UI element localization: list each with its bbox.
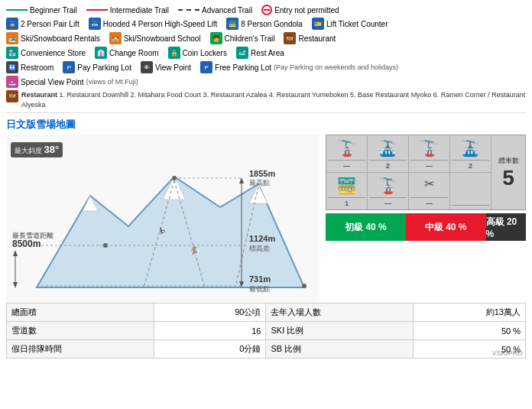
beginner-trail-legend: Beginner Trail <box>6 6 77 15</box>
max-slope-badge: 最大斜度 38° <box>11 142 63 157</box>
gondola-cell-5: 🚟 1 <box>326 173 367 209</box>
school-icon: 🏫 <box>109 32 122 44</box>
facility-rentals: 🎿 Ski/Snowboard Rentals <box>6 32 100 44</box>
facilities-row3: 🏪 Convenience Store 👔 Change Room 🔒 Coin… <box>6 47 526 59</box>
facility-school: 🏫 Ski/Snowboard School <box>109 32 201 44</box>
gondola-icon-3: 🚡 <box>420 139 439 157</box>
max-slope-label: 最大斜度 <box>15 147 42 154</box>
facility-pair-lift: 🚡 2 Person Pair Lift <box>6 18 79 30</box>
pair-lift-icon: 🚡 <box>6 18 18 30</box>
stats-row-2: 雪道數 16 SKI 比例 50 % <box>7 322 526 340</box>
rentals-label: Ski/Snowboard Rentals <box>21 34 100 43</box>
intermediate-trail-legend: Intermediate Trail <box>86 6 169 15</box>
beginner-diff-bar: 初級 40 % <box>326 213 406 241</box>
kinsha-label: 纜車數 <box>498 156 519 166</box>
stat-label-r1: 去年入場人數 <box>266 304 414 322</box>
svg-text:1855m: 1855m <box>249 169 275 178</box>
main-container: Beginner Trail Intermediate Trail Advanc… <box>0 0 532 363</box>
facility-pay-parking: P Pay Parking Lot <box>63 61 131 73</box>
stat-value-2: 16 <box>154 322 266 340</box>
facilities-row5: 🗻 Special View Point (views of Mt.Fuji) <box>6 76 526 88</box>
gondola-num-4: 2 <box>452 160 489 170</box>
difficulty-bars: 初級 40 % 中級 40 % 高級 20 % <box>326 213 526 241</box>
convenience-label: Convenience Store <box>21 49 86 57</box>
restroom-icon: 🚻 <box>6 61 18 73</box>
facilities-row2: 🎿 Ski/Snowboard Rentals 🏫 Ski/Snowboard … <box>6 32 526 44</box>
max-slope-value: 38° <box>44 144 60 155</box>
change-room-icon: 👔 <box>95 47 107 59</box>
facility-4person-lift: 🚠 Hooded 4 Person High-Speed Lift <box>89 18 218 30</box>
facilities-row4: 🚻 Restroom P Pay Parking Lot 👁 View Poin… <box>6 61 526 73</box>
free-parking-icon: P <box>200 61 212 73</box>
restaurant-info-content: Restaurant 1. Restaurant Downhill 2. Mit… <box>21 90 526 109</box>
svg-text:最高點: 最高點 <box>249 179 270 187</box>
svg-point-13 <box>103 243 108 248</box>
restaurant-legend-label: Restaurant <box>298 34 336 43</box>
stat-value-3: 0分鐘 <box>154 340 266 359</box>
school-label: Ski/Snowboard School <box>124 34 201 43</box>
advanced-trail-legend: Advanced Trail <box>178 6 252 15</box>
facility-lockers: 🔒 Coin Lockers <box>168 47 227 59</box>
lockers-icon: 🔒 <box>168 47 180 59</box>
special-view-icon: 🗻 <box>6 76 18 88</box>
facility-change-room: 👔 Change Room <box>95 47 158 59</box>
facility-rest-area: 🛋 Rest Area <box>236 47 284 59</box>
gondola-side-panel: 纜車數 5 <box>491 135 525 209</box>
gondola-cell-8 <box>450 173 491 209</box>
gondola-num-6: — <box>369 197 407 207</box>
change-room-label: Change Room <box>109 49 158 57</box>
facility-convenience: 🏪 Convenience Store <box>6 47 86 59</box>
trail-legend-row: Beginner Trail Intermediate Trail Advanc… <box>6 5 526 15</box>
stats-row-1: 總面積 90公頃 去年入場人數 約13萬人 <box>7 304 526 322</box>
legend-section: Beginner Trail Intermediate Trail Advanc… <box>6 5 526 113</box>
gondola-cell-3: 🚡 — <box>409 135 449 172</box>
gondola-num-5: 1 <box>328 197 365 207</box>
gondola-cell-7: ✂ — <box>409 173 449 209</box>
svg-text:標高差: 標高差 <box>249 245 270 252</box>
svg-text:🏂: 🏂 <box>190 245 200 255</box>
gondola-num-3: — <box>410 160 448 170</box>
facility-gondola: 🚟 8 Person Gondola <box>226 18 303 30</box>
stats-section: 總面積 90公頃 去年入場人數 約13萬人 雪道數 16 SKI 比例 50 %… <box>6 303 526 359</box>
svg-point-12 <box>172 176 177 180</box>
mountain-svg: 1855m 最高點 1124m 標高差 731m 最低點 最長雪道距離 8500… <box>6 135 320 303</box>
kinsha-number: 5 <box>502 167 514 189</box>
viewpoint-icon: 👁 <box>141 61 153 73</box>
facility-free-parking: P Free Parking Lot (Pay Parking on weeke… <box>200 61 398 73</box>
convenience-icon: 🏪 <box>6 47 18 59</box>
special-view-label: Special View Point <box>21 78 84 86</box>
beginner-trail-label: Beginner Trail <box>30 6 77 15</box>
advanced-diff-label: 高級 20 % <box>486 216 526 239</box>
gondola-num-8 <box>452 205 489 207</box>
gondola-cell-4: 🚠 2 <box>450 135 491 172</box>
gondola-num-7: — <box>410 197 448 207</box>
rest-area-label: Rest Area <box>251 49 284 57</box>
svg-text:⛷: ⛷ <box>159 227 167 235</box>
advanced-trail-label: Advanced Trail <box>202 6 252 15</box>
facility-ticket: 🎫 Lift Ticket Counter <box>312 18 388 30</box>
gondola-icon-7: ✂ <box>424 177 434 191</box>
stats-row-3: 假日排隊時間 0分鐘 SB 比例 50 % <box>7 340 526 359</box>
facility-childrens-trail: 🧒 Children's Trail <box>210 32 275 44</box>
map-area: 最大斜度 38° <box>6 135 526 303</box>
restaurant-legend-icon: 🍽 <box>284 32 296 44</box>
no-entry-legend: Entry not permitted <box>261 5 339 15</box>
facility-special-view: 🗻 Special View Point (views of Mt.Fuji) <box>6 76 138 88</box>
intermediate-trail-line <box>86 9 108 11</box>
pay-parking-icon: P <box>63 61 75 73</box>
stat-label-2: 雪道數 <box>7 322 154 340</box>
facility-restroom: 🚻 Restroom <box>6 61 54 73</box>
intermediate-diff-bar: 中級 40 % <box>406 213 486 241</box>
pair-lift-label: 2 Person Pair Lift <box>21 20 79 28</box>
advanced-diff-bar: 高級 20 % <box>486 213 526 241</box>
gondola-num-2: 2 <box>369 160 407 170</box>
gondola-icon-6: 🚡 <box>378 177 397 195</box>
svg-text:1124m: 1124m <box>249 234 275 243</box>
restaurant-info-icon: 🍽 <box>6 90 18 102</box>
restroom-label: Restroom <box>21 63 54 72</box>
facility-restaurant: 🍽 Restaurant <box>284 32 336 44</box>
pay-parking-label: Pay Parking Lot <box>77 63 131 72</box>
4person-lift-label: Hooded 4 Person High-Speed Lift <box>103 20 218 28</box>
special-view-sublabel: (views of Mt.Fuji) <box>86 78 138 86</box>
restaurant-info-items: 1. Restaurant Downhill 2. Mitahara Food … <box>21 91 525 109</box>
